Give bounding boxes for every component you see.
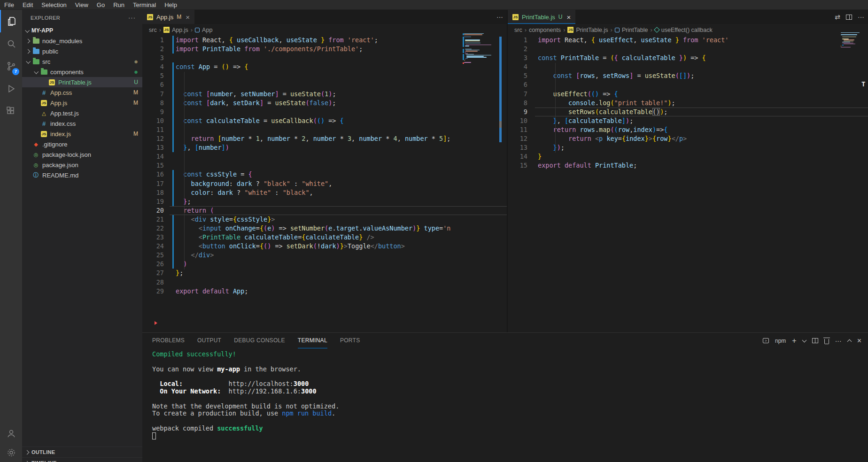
explorer-item-index-js[interactable]: JSindex.jsM — [22, 129, 142, 139]
explorer-item--gitignore[interactable]: ◆.gitignore — [22, 139, 142, 149]
explorer-item-node-modules[interactable]: node_modules — [22, 36, 142, 46]
code-line[interactable]: 1import React, { useCallback, useState }… — [142, 36, 507, 45]
code-line[interactable]: 29export default App; — [142, 287, 507, 296]
breadcrumb-item[interactable]: PrintTable — [622, 27, 648, 33]
scrollbar-slider[interactable] — [499, 121, 502, 128]
panel-tab-debug-console[interactable]: DEBUG CONSOLE — [234, 333, 285, 348]
settings-icon[interactable] — [0, 441, 22, 462]
panel-tab-problems[interactable]: PROBLEMS — [152, 333, 185, 348]
code-line[interactable]: 28 — [142, 278, 507, 287]
explorer-item-src[interactable]: src● — [22, 56, 142, 67]
minimap-right[interactable] — [839, 32, 868, 70]
panel-tab-ports[interactable]: PORTS — [340, 333, 360, 348]
code-line[interactable]: 23 <PrintTable calculateTable={calculate… — [142, 233, 507, 242]
scrollbar-decoration[interactable] — [499, 37, 502, 121]
menu-terminal[interactable]: Terminal — [129, 0, 160, 10]
code-line[interactable]: 24 <button onClick={() => setDark(!dark)… — [142, 242, 507, 251]
kill-terminal-icon[interactable] — [824, 339, 829, 344]
code-line[interactable]: 17 background: dark ? "black" : "white", — [142, 179, 507, 188]
explorer-item-package-lock-json[interactable]: ◎package-lock.json — [22, 149, 142, 160]
breadcrumb-item[interactable]: PrintTable.js — [576, 27, 608, 33]
breadcrumb-item[interactable]: useEffect() callback — [661, 27, 713, 33]
breadcrumb-item[interactable]: src — [149, 27, 157, 33]
code-line[interactable]: 21 <div style={cssStyle}> — [142, 215, 507, 224]
menu-go[interactable]: Go — [93, 0, 109, 10]
code-line[interactable]: 20 return ( — [142, 206, 507, 215]
code-line[interactable]: 14 — [142, 152, 507, 161]
menu-help[interactable]: Help — [160, 0, 181, 10]
code-line[interactable]: 19 }; — [142, 197, 507, 206]
menu-run[interactable]: Run — [109, 0, 129, 10]
explorer-icon[interactable] — [0, 10, 22, 32]
scrollbar-decoration[interactable] — [499, 128, 502, 142]
code-line[interactable]: 13 }, [number]) — [142, 143, 507, 152]
code-line[interactable]: 10 const calculateTable = useCallback(()… — [142, 116, 507, 125]
close-panel-icon[interactable]: × — [857, 338, 861, 344]
code-line[interactable]: 10 }, [calculateTable]); — [508, 116, 868, 125]
run-debug-icon[interactable] — [0, 77, 22, 100]
explorer-item-package-json[interactable]: ◎package.json — [22, 160, 142, 170]
code-line[interactable]: 8 console.log("print table!"); — [508, 99, 868, 108]
terminal-process-label[interactable]: npm — [775, 338, 786, 344]
code-line[interactable]: 5 — [142, 71, 507, 80]
code-line[interactable]: 9 — [142, 108, 507, 116]
breadcrumb-item[interactable]: src — [514, 27, 522, 33]
code-line[interactable]: 7 const [number, setNumber] = useState(1… — [142, 90, 507, 99]
project-root-row[interactable]: MY-APP — [22, 25, 142, 36]
code-line[interactable]: 3const PrintTable = ({ calculateTable })… — [508, 54, 868, 62]
explorer-item-printtable-js[interactable]: JSPrintTable.jsU — [22, 77, 142, 87]
code-editor-app-js[interactable]: 1import React, { useCallback, useState }… — [142, 36, 507, 332]
code-line[interactable]: 22 <input onChange={(e) => setNumber(e.t… — [142, 224, 507, 233]
menu-view[interactable]: View — [71, 0, 93, 10]
code-line[interactable]: 26 ) — [142, 260, 507, 269]
code-line[interactable]: 11 return rows.map((row,index)=>{ — [508, 125, 868, 134]
timeline-section[interactable]: TIMELINE — [22, 457, 142, 462]
outline-section[interactable]: OUTLINE — [22, 447, 142, 457]
menu-file[interactable]: File — [0, 0, 18, 10]
panel-tab-output[interactable]: OUTPUT — [197, 333, 221, 348]
code-line[interactable]: 5 const [rows, setRows] = useState([]); — [508, 71, 868, 80]
new-terminal-icon[interactable]: + — [792, 338, 796, 344]
split-terminal-icon[interactable] — [812, 338, 818, 343]
code-line[interactable]: 15 — [142, 161, 507, 170]
maximize-panel-icon[interactable] — [847, 339, 852, 344]
breadcrumb-item[interactable]: components — [529, 27, 561, 33]
code-line[interactable]: 27}; — [142, 269, 507, 277]
code-line[interactable]: 11 — [142, 125, 507, 134]
code-line[interactable]: 18 color: dark ? "white" : "black", — [142, 188, 507, 197]
code-editor-printtable-js[interactable]: 1import React, { useEffect, useState } f… — [508, 36, 868, 332]
explorer-item-readme-md[interactable]: ⓘREADME.md — [22, 170, 142, 180]
code-line[interactable]: 2import PrintTable from './components/Pr… — [142, 45, 507, 54]
extensions-icon[interactable] — [0, 100, 22, 123]
terminal-dropdown-icon[interactable] — [802, 338, 806, 342]
search-icon[interactable] — [0, 32, 22, 55]
split-editor-icon[interactable] — [846, 15, 852, 20]
code-line[interactable]: 12 return <p key={index}>{row}</p> — [508, 134, 868, 143]
menu-selection[interactable]: Selection — [37, 0, 70, 10]
code-line[interactable]: 1import React, { useEffect, useState } f… — [508, 36, 868, 45]
explorer-item-app-js[interactable]: JSApp.jsM — [22, 98, 142, 108]
code-line[interactable]: 6 — [142, 80, 507, 89]
menu-edit[interactable]: Edit — [18, 0, 37, 10]
code-line[interactable]: 8 const [dark, setDark] = useState(false… — [142, 99, 507, 108]
code-line[interactable]: 9 setRows(calculateTable()); — [508, 108, 868, 116]
code-line[interactable]: 12 return [number * 1, number * 2, numbe… — [142, 134, 507, 143]
terminal-output[interactable]: Compiled successfully! You can now view … — [152, 351, 863, 462]
code-line[interactable]: 14} — [508, 152, 868, 161]
code-line[interactable]: 3 — [142, 54, 507, 62]
sidebar-more-actions-icon[interactable]: ··· — [128, 14, 136, 21]
code-line[interactable]: 7 useEffect(() => { — [508, 90, 868, 99]
tab-printtable-js[interactable]: JS PrintTable.js U × — [508, 10, 575, 24]
source-control-icon[interactable]: 7 — [0, 55, 22, 77]
code-line[interactable]: 4const App = () => { — [142, 62, 507, 71]
explorer-item-index-css[interactable]: #index.css — [22, 118, 142, 129]
code-line[interactable]: 25 </div> — [142, 251, 507, 260]
more-actions-icon[interactable]: ··· — [496, 13, 503, 21]
explorer-item-app-test-js[interactable]: △App.test.js — [22, 108, 142, 118]
code-line[interactable]: 2 — [508, 45, 868, 54]
panel-tab-terminal[interactable]: TERMINAL — [298, 333, 327, 348]
code-line[interactable]: 16 const cssStyle = { — [142, 170, 507, 179]
code-line[interactable]: 13 }); — [508, 143, 868, 152]
more-actions-icon[interactable]: ··· — [858, 13, 864, 21]
explorer-item-app-css[interactable]: #App.cssM — [22, 87, 142, 98]
